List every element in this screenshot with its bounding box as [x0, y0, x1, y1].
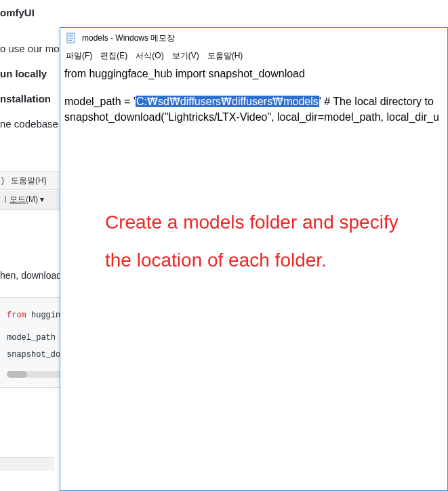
menu-view[interactable]: 보기(V)	[172, 50, 199, 62]
menu-format[interactable]: 서식(O)	[136, 50, 163, 62]
bg-inner-help-menu[interactable]: 도움말(H)	[11, 175, 47, 186]
notepad-menubar: 파일(F) 편집(E) 서식(O) 보기(V) 도움말(H)	[60, 48, 447, 63]
notepad-titlebar[interactable]: models - Windows 메모장	[60, 28, 447, 48]
code-line-1: from huggingface_hub import snapshot_dow…	[64, 66, 443, 81]
code-line-3: snapshot_download("Lightricks/LTX-Video"…	[64, 109, 443, 125]
notepad-icon	[66, 33, 77, 43]
bg-inner-mode-prefix: ㅣ	[1, 194, 9, 205]
notepad-title: models - Windows 메모장	[82, 33, 175, 44]
bg-heading-comfyui: omfyUI	[0, 7, 81, 18]
selected-path: C:₩sd₩diffusers₩diffusers₩models	[136, 96, 319, 107]
menu-help[interactable]: 도움말(H)	[207, 50, 243, 62]
bg-statusbar	[0, 457, 54, 471]
bg-text-then-download: hen, download	[0, 270, 62, 281]
code-line-2: model_path = 'C:₩sd₩diffusers₩diffusers₩…	[64, 94, 443, 109]
bg-inner-mode-button[interactable]: 모드(M) ▾	[9, 194, 44, 205]
notepad-window: models - Windows 메모장 파일(F) 편집(E) 서식(O) 보…	[60, 27, 448, 491]
menu-edit[interactable]: 편집(E)	[100, 50, 127, 62]
notepad-text-area[interactable]: from huggingface_hub import snapshot_dow…	[60, 63, 447, 490]
svg-rect-0	[67, 33, 75, 43]
scrollbar-thumb[interactable]	[7, 371, 27, 378]
bg-inner-menubar: ) 도움말(H)	[0, 171, 61, 190]
bg-inner-toolbar: ㅣ 모드(M) ▾	[0, 191, 61, 210]
menu-file[interactable]: 파일(F)	[66, 50, 92, 62]
bg-inner-divider: )	[1, 176, 4, 185]
chevron-down-icon: ▾	[38, 195, 44, 204]
